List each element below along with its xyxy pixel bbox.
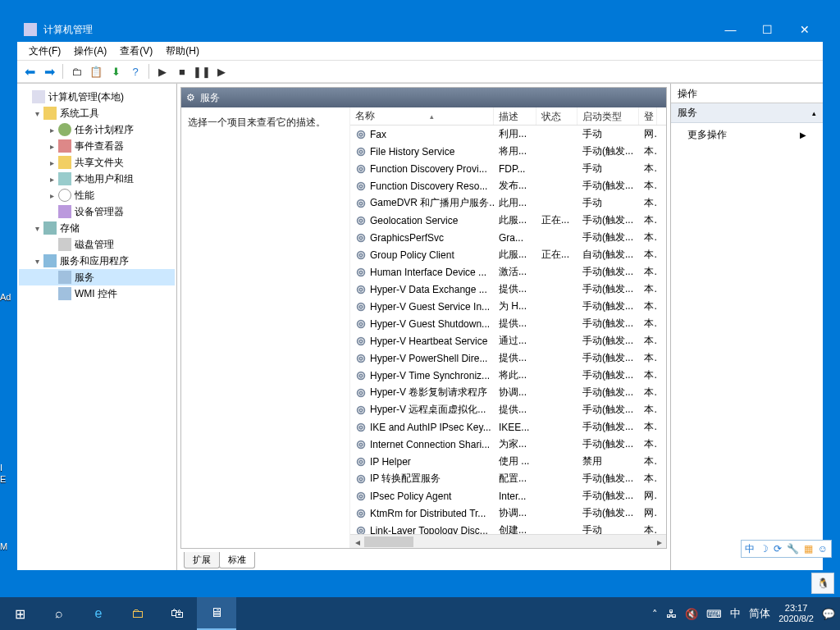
close-button[interactable]: ✕ [786, 17, 823, 42]
service-row[interactable]: Fax利用...手动网 [350, 126, 666, 143]
col-description[interactable]: 描述 [494, 107, 536, 125]
tree-task-scheduler[interactable]: ▸任务计划程序 [19, 121, 175, 138]
back-button[interactable]: ⬅ [21, 62, 39, 80]
tree-storage[interactable]: ▾存储 [19, 220, 175, 236]
service-row[interactable]: IPsec Policy AgentInter...手动(触发...网 [350, 487, 666, 504]
service-row[interactable]: Group Policy Client此服...正在...自动(触发...本 [350, 246, 666, 263]
services-header: ⚙ 服务 [181, 88, 666, 107]
service-row[interactable]: IP 转换配置服务配置...手动(触发...本 [350, 470, 666, 487]
tree-system-tools[interactable]: ▾系统工具 [19, 105, 175, 121]
ime-indicator[interactable]: 中 [730, 606, 741, 621]
service-row[interactable]: File History Service将用...手动(触发...本 [350, 143, 666, 160]
keyboard-icon[interactable]: ⌨ [706, 608, 722, 620]
box-icon[interactable]: ▦ [804, 543, 813, 555]
service-row[interactable]: Human Interface Device ...激活...手动(触发...本 [350, 263, 666, 281]
service-row[interactable]: Geolocation Service此服...正在...手动(触发...本 [350, 212, 666, 229]
tree-device-manager[interactable]: 设备管理器 [19, 203, 175, 220]
svg-point-35 [359, 426, 363, 429]
tree-shared-folders[interactable]: ▸共享文件夹 [19, 154, 175, 171]
pause-service-button[interactable]: ❚❚ [193, 62, 211, 80]
service-row[interactable]: Hyper-V 远程桌面虚拟化...提供...手动(触发...本 [350, 401, 666, 418]
svg-point-26 [358, 354, 365, 362]
stop-service-button[interactable]: ■ [173, 62, 191, 80]
service-row[interactable]: Function Discovery Provi...FDP...手动本 [350, 160, 666, 177]
svg-point-28 [358, 372, 365, 379]
horizontal-scrollbar[interactable]: ◂ ▸ [350, 534, 666, 548]
service-row[interactable]: IP Helper使用 ...禁用本 [350, 453, 666, 470]
properties-button[interactable]: 📋 [87, 62, 105, 80]
col-logon[interactable]: 登 [639, 107, 657, 125]
network-icon[interactable]: 🖧 [666, 608, 677, 620]
tab-standard[interactable]: 标准 [219, 552, 255, 568]
store-icon[interactable]: 🛍 [158, 597, 197, 630]
service-row[interactable]: Hyper-V PowerShell Dire...提供...手动(触发...本 [350, 349, 666, 367]
tree-performance[interactable]: ▸性能 [19, 187, 175, 203]
service-row[interactable]: Hyper-V Time Synchroniz...将此...手动(触发...本 [350, 367, 666, 384]
service-row[interactable]: Hyper-V 卷影复制请求程序协调...手动(触发...本 [350, 384, 666, 401]
moon-icon[interactable]: ☽ [760, 543, 769, 555]
tree-services[interactable]: 服务 [19, 269, 175, 285]
ime-floatbar[interactable]: 中 ☽ ⟳ 🔧 ▦ ☺ [741, 540, 832, 558]
svg-point-23 [359, 322, 363, 326]
tree-root[interactable]: 计算机管理(本地) [19, 89, 175, 105]
tree-wmi[interactable]: WMI 控件 [19, 285, 175, 302]
ime-lang[interactable]: 简体 [749, 606, 770, 621]
service-row[interactable]: IKE and AuthIP IPsec Key...IKEE...手动(触发.… [350, 418, 666, 436]
actions-group-services[interactable]: 服务▴ [671, 103, 823, 123]
service-row[interactable]: Link-Layer Topology Disc...创建...手动本 [350, 522, 666, 534]
service-row[interactable]: Internet Connection Shari...为家...手动(触发..… [350, 436, 666, 453]
export-button[interactable]: ⬇ [107, 62, 125, 80]
col-name[interactable]: 名称▴ [350, 107, 494, 125]
column-headers[interactable]: 名称▴ 描述 状态 启动类型 登 [350, 107, 666, 126]
smile-icon[interactable]: ☺ [818, 543, 828, 555]
tree-services-apps[interactable]: ▾服务和应用程序 [19, 253, 175, 269]
service-row[interactable]: Hyper-V Guest Service In...为 H...手动(触发..… [350, 298, 666, 315]
service-row[interactable]: GraphicsPerfSvcGra...手动(触发...本 [350, 229, 666, 246]
start-service-button[interactable]: ▶ [153, 62, 171, 80]
menu-action[interactable]: 操作(A) [67, 43, 113, 60]
menu-help[interactable]: 帮助(H) [159, 43, 206, 60]
desktop-label: I [0, 463, 2, 472]
tree-event-viewer[interactable]: ▸事件查看器 [19, 138, 175, 154]
service-row[interactable]: KtmRm for Distributed Tr...协调...手动(触发...… [350, 504, 666, 522]
service-row[interactable]: GameDVR 和广播用户服务...此用...手动本 [350, 194, 666, 212]
clock[interactable]: 23:17 2020/8/2 [778, 603, 814, 624]
notifications-icon[interactable]: 💬 [822, 608, 835, 620]
tab-extended[interactable]: 扩展 [184, 552, 220, 568]
collapse-icon: ▴ [812, 109, 816, 117]
menu-view[interactable]: 查看(V) [113, 43, 159, 60]
sync-icon[interactable]: ⟳ [774, 543, 782, 555]
titlebar[interactable]: 计算机管理 — ☐ ✕ [17, 17, 823, 42]
help-button[interactable]: ? [126, 62, 144, 80]
service-row[interactable]: Hyper-V Data Exchange ...提供...手动(触发...本 [350, 281, 666, 298]
computer-management-taskbar-icon[interactable]: 🖥 [197, 597, 236, 630]
forward-button[interactable]: ➡ [40, 62, 58, 80]
taskbar[interactable]: ⊞ ⌕ e 🗀 🛍 🖥 ˄ 🖧 🔇 ⌨ 中 简体 23:17 2020/8/2 … [0, 597, 840, 630]
svg-point-41 [359, 477, 363, 481]
tool-icon[interactable]: 🔧 [787, 543, 799, 555]
svg-point-3 [359, 150, 363, 153]
tree-local-users[interactable]: ▸本地用户和组 [19, 171, 175, 187]
search-button[interactable]: ⌕ [39, 597, 79, 630]
tree-disk-management[interactable]: 磁盘管理 [19, 236, 175, 253]
service-row[interactable]: Hyper-V Guest Shutdown...提供...手动(触发...本 [350, 315, 666, 332]
volume-icon[interactable]: 🔇 [685, 608, 698, 620]
col-status[interactable]: 状态 [536, 107, 578, 125]
menu-file[interactable]: 文件(F) [22, 43, 67, 60]
qq-icon[interactable]: 🐧 [811, 573, 834, 594]
col-startup-type[interactable]: 启动类型 [578, 107, 639, 125]
edge-icon[interactable]: e [79, 597, 118, 630]
start-button[interactable]: ⊞ [0, 597, 39, 630]
restart-service-button[interactable]: ▶ [212, 62, 231, 80]
minimize-button[interactable]: — [712, 17, 749, 42]
actions-more[interactable]: 更多操作▶ [671, 123, 823, 147]
service-row[interactable]: Hyper-V Heartbeat Service通过...手动(触发...本 [350, 332, 666, 349]
tree-pane[interactable]: 计算机管理(本地) ▾系统工具 ▸任务计划程序 ▸事件查看器 ▸共享文件夹 ▸本… [17, 84, 177, 570]
ime-mode[interactable]: 中 [745, 542, 755, 556]
explorer-icon[interactable]: 🗀 [118, 597, 158, 630]
service-row[interactable]: Function Discovery Reso...发布...手动(触发...本 [350, 177, 666, 194]
tray-chevron-icon[interactable]: ˄ [652, 608, 658, 620]
maximize-button[interactable]: ☐ [749, 17, 786, 42]
up-button[interactable]: 🗀 [67, 62, 85, 80]
system-tray[interactable]: ˄ 🖧 🔇 ⌨ 中 简体 23:17 2020/8/2 💬 [652, 597, 840, 630]
